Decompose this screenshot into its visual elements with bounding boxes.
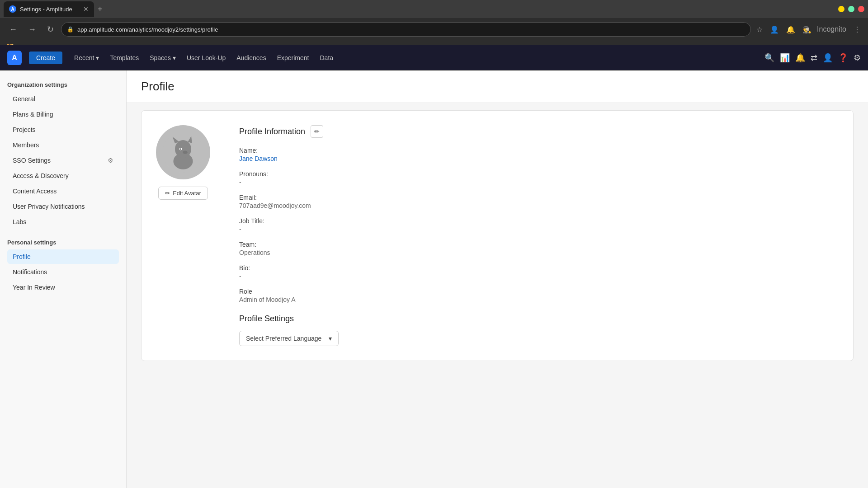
sidebar-item-labs[interactable]: Labs (7, 215, 119, 229)
header-right-icons: 🔍 📊 🔔 ⇄ 👤 ❓ ⚙ (764, 53, 861, 63)
pronouns-field: Pronouns: - (239, 170, 839, 186)
avatar-svg (163, 132, 203, 173)
notification-bell-icon[interactable]: 🔔 (795, 53, 805, 63)
profile-icon[interactable]: 👤 (768, 23, 781, 36)
team-field: Team: Operations (239, 241, 839, 256)
email-field: Email: 707aad9e@moodjoy.com (239, 194, 839, 209)
edit-avatar-button[interactable]: ✏ Edit Avatar (158, 187, 208, 200)
sync-icon[interactable]: ⇄ (811, 53, 817, 63)
star-icon[interactable]: ☆ (755, 23, 764, 36)
role-field: Role Admin of Moodjoy A (239, 288, 839, 303)
back-button[interactable]: ← (5, 23, 21, 36)
incognito-icon: 🕵 (801, 23, 813, 36)
nav-user-lookup[interactable]: User Look-Up (182, 52, 230, 64)
page-header: Profile (127, 70, 868, 103)
pencil-icon: ✏ (165, 190, 170, 197)
team-value: Operations (239, 249, 839, 256)
bio-field: Bio: - (239, 264, 839, 280)
spaces-chevron-icon: ▾ (173, 54, 176, 61)
refresh-button[interactable]: ↻ (43, 23, 57, 36)
main-nav: Recent ▾ Templates Spaces ▾ User Look-Up… (70, 52, 338, 64)
personal-settings-title: Personal settings (7, 239, 119, 246)
url-text: app.amplitude.com/analytics/moodjoy2/set… (77, 26, 745, 33)
lock-icon: 🔒 (67, 26, 74, 33)
nav-recent[interactable]: Recent ▾ (70, 52, 104, 64)
sidebar-item-content-access[interactable]: Content Access (7, 184, 119, 198)
nav-spaces[interactable]: Spaces ▾ (145, 52, 180, 64)
svg-point-6 (180, 148, 181, 150)
bio-value: - (239, 272, 839, 280)
sso-icon: ⚙ (108, 157, 113, 164)
edit-pencil-icon: ✏ (314, 128, 320, 135)
name-value: Jane Dawson (239, 155, 839, 162)
incognito-button[interactable]: 🕵 Incognito (801, 23, 848, 36)
main-content: Organization settings General Plans & Bi… (0, 70, 868, 488)
window-maximize-button[interactable] (848, 6, 854, 12)
browser-toolbar: ← → ↻ 🔒 app.amplitude.com/analytics/mood… (0, 18, 868, 41)
analytics-icon[interactable]: 📊 (780, 53, 790, 63)
settings-icon[interactable]: ⚙ (854, 53, 861, 63)
name-field: Name: Jane Dawson (239, 147, 839, 162)
svg-point-2 (175, 140, 191, 158)
search-icon[interactable]: 🔍 (764, 53, 774, 63)
sidebar-item-general[interactable]: General (7, 92, 119, 106)
sidebar-item-year-in-review[interactable]: Year In Review (7, 280, 119, 295)
tab-close-icon[interactable]: ✕ (83, 5, 89, 13)
sidebar-item-notifications[interactable]: Notifications (7, 265, 119, 279)
sidebar-item-members[interactable]: Members (7, 138, 119, 152)
recent-chevron-icon: ▾ (96, 54, 99, 61)
org-settings-title: Organization settings (7, 81, 119, 88)
page-title: Profile (141, 80, 854, 94)
sidebar-item-sso-settings[interactable]: SSO Settings ⚙ (7, 153, 119, 168)
job-title-value: - (239, 225, 839, 233)
app-logo[interactable]: A (7, 51, 22, 65)
profile-settings-section: Profile Settings Select Preferred Langua… (239, 314, 839, 346)
profile-info-title: Profile Information (239, 127, 305, 136)
window-close-button[interactable] (858, 6, 864, 12)
sidebar-item-projects[interactable]: Projects (7, 122, 119, 137)
avatar (156, 125, 210, 179)
window-minimize-button[interactable] (838, 6, 844, 12)
sidebar: Organization settings General Plans & Bi… (0, 70, 127, 488)
tab-favicon: A (9, 5, 16, 13)
profile-info-header: Profile Information ✏ (239, 125, 839, 138)
profile-settings-title: Profile Settings (239, 314, 839, 324)
chevron-down-icon: ▾ (329, 335, 332, 342)
app-header: A Create Recent ▾ Templates Spaces ▾ Use… (0, 45, 868, 70)
help-icon[interactable]: ❓ (838, 53, 848, 63)
avatar-section: ✏ Edit Avatar (156, 125, 210, 346)
pronouns-value: - (239, 178, 839, 186)
nav-audiences[interactable]: Audiences (232, 52, 270, 64)
tab-title: Settings - Amplitude (20, 6, 80, 13)
nav-templates[interactable]: Templates (105, 52, 143, 64)
page-content: Profile (127, 70, 868, 488)
browser-tab[interactable]: A Settings - Amplitude ✕ (4, 1, 94, 17)
role-value: Admin of Moodjoy A (239, 296, 839, 303)
profile-info: Profile Information ✏ Name: Jane Dawson … (239, 125, 839, 346)
sidebar-item-profile[interactable]: Profile (7, 249, 119, 264)
bell-icon[interactable]: 🔔 (784, 23, 797, 36)
toolbar-icons: ☆ 👤 🔔 🕵 Incognito ⋮ (755, 23, 863, 36)
edit-profile-button[interactable]: ✏ (311, 125, 323, 138)
email-value: 707aad9e@moodjoy.com (239, 202, 839, 209)
sidebar-item-user-privacy[interactable]: User Privacy Notifications (7, 199, 119, 214)
language-select[interactable]: Select Preferred Language ▾ (239, 331, 339, 346)
sidebar-item-access-discovery[interactable]: Access & Discovery (7, 169, 119, 183)
profile-card: ✏ Edit Avatar Profile Information ✏ Name… (141, 110, 854, 361)
address-bar[interactable]: 🔒 app.amplitude.com/analytics/moodjoy2/s… (61, 22, 751, 37)
svg-point-7 (183, 150, 188, 154)
create-button[interactable]: Create (29, 52, 62, 64)
sidebar-item-plans-billing[interactable]: Plans & Billing (7, 107, 119, 122)
window-controls (838, 6, 864, 12)
job-title-field: Job Title: - (239, 217, 839, 233)
new-tab-button[interactable]: + (98, 5, 103, 14)
nav-data[interactable]: Data (315, 52, 338, 64)
nav-experiment[interactable]: Experiment (273, 52, 314, 64)
menu-icon[interactable]: ⋮ (852, 23, 863, 36)
forward-button[interactable]: → (24, 23, 40, 36)
person-icon[interactable]: 👤 (823, 53, 833, 63)
